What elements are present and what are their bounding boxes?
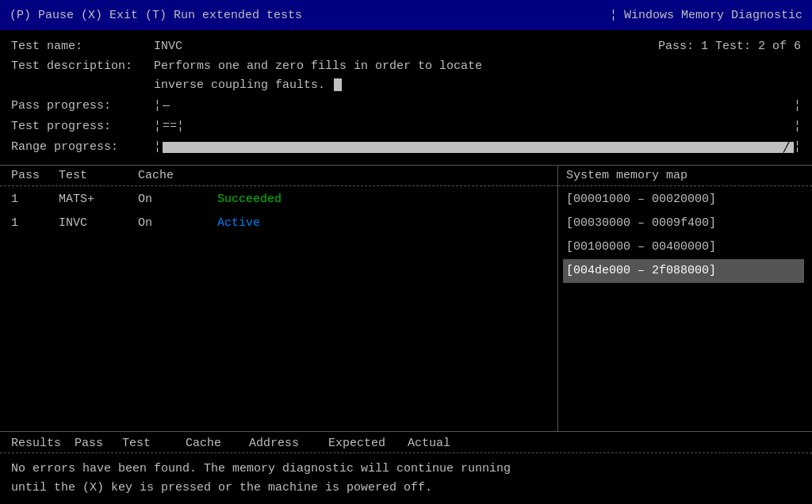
info-section: Test name: INVC Pass: 1 Test: 2 of 6 Tes…	[0, 30, 812, 166]
test-table-header: Pass Test Cache	[0, 166, 557, 186]
table-row: 1 INVC On Active	[11, 212, 546, 235]
test-desc-line2: inverse coupling faults.	[154, 77, 801, 95]
results-col-cache: Cache	[186, 437, 249, 450]
top-bar-controls: (P) Pause (X) Exit (T) Run extended test…	[10, 9, 302, 22]
range-progress-bar: ¦ ╱ ¦	[154, 138, 801, 157]
test-progress-row: Test progress: ¦ == ¦ ¦	[11, 117, 801, 136]
test-progress-bar: ¦ == ¦ ¦	[154, 117, 801, 136]
pass-progress-label: Pass progress:	[11, 97, 154, 116]
col-test-header: Test	[59, 169, 138, 182]
row1-cache: On	[138, 190, 217, 209]
results-col-actual: Actual	[408, 437, 471, 450]
table-row: 1 MATS+ On Succeeded	[11, 188, 546, 212]
results-table-header: Results Pass Test Cache Address Expected…	[0, 432, 812, 453]
test-name-row: Test name: INVC Pass: 1 Test: 2 of 6	[11, 38, 801, 56]
pass-progress-bar: ¦ — ¦	[154, 97, 801, 116]
col-cache-header: Cache	[138, 169, 217, 182]
range-progress-row: Range progress: ¦ ╱ ¦	[11, 138, 801, 157]
test-desc-row-1: Test description: Performs one and zero …	[11, 58, 801, 76]
results-col-test: Test	[122, 437, 186, 450]
cursor-icon	[334, 78, 342, 91]
row2-status: Active	[217, 214, 546, 233]
results-col-results: Results	[11, 437, 75, 450]
pass-progress-row: Pass progress: ¦ — ¦	[11, 97, 801, 116]
test-desc-label-spacer	[11, 77, 154, 95]
memory-entry-4-selected: [004de000 – 2f088000]	[563, 259, 804, 283]
results-col-expected: Expected	[328, 437, 408, 450]
col-pass-header: Pass	[11, 169, 59, 182]
memory-entry-2: [00030000 – 0009f400]	[566, 212, 804, 235]
memory-map-entries: [00001000 – 00020000] [00030000 – 0009f4…	[558, 186, 812, 284]
results-line-2: until the (X) key is pressed or the mach…	[11, 479, 801, 498]
screen: (P) Pause (X) Exit (T) Run extended test…	[0, 0, 812, 504]
test-name-value: INVC	[154, 38, 658, 56]
test-table-rows: 1 MATS+ On Succeeded 1 INVC On Active	[0, 186, 557, 237]
row2-pass: 1	[11, 214, 59, 233]
pass-test-counter: Pass: 1 Test: 2 of 6	[658, 38, 801, 56]
results-line-1: No errors have been found. The memory di…	[11, 460, 801, 479]
results-section: Results Pass Test Cache Address Expected…	[0, 432, 812, 504]
test-desc-line1: Performs one and zero fills in order to …	[154, 58, 801, 76]
results-body: No errors have been found. The memory di…	[0, 453, 812, 504]
range-progress-label: Range progress:	[11, 138, 154, 157]
test-name-label: Test name:	[11, 38, 154, 56]
test-desc-row-2: inverse coupling faults.	[11, 77, 801, 95]
row2-cache: On	[138, 214, 217, 233]
memory-map-header: System memory map	[558, 166, 812, 186]
main-area: Pass Test Cache 1 MATS+ On Succeeded 1 I…	[0, 166, 812, 433]
row1-status: Succeeded	[217, 190, 546, 209]
col-status-header	[217, 169, 546, 182]
range-end-marker: ╱	[783, 138, 791, 157]
test-results-panel: Pass Test Cache 1 MATS+ On Succeeded 1 I…	[0, 166, 558, 432]
results-col-pass: Pass	[75, 437, 122, 450]
memory-entry-1: [00001000 – 00020000]	[566, 188, 804, 212]
test-desc-label: Test description:	[11, 58, 154, 76]
row1-test: MATS+	[59, 190, 138, 209]
memory-map-panel: System memory map [00001000 – 00020000] …	[558, 166, 812, 432]
row2-test: INVC	[59, 214, 138, 233]
memory-entry-3: [00100000 – 00400000]	[566, 235, 804, 259]
top-bar-title: ¦ Windows Memory Diagnostic	[610, 9, 802, 22]
top-bar: (P) Pause (X) Exit (T) Run extended test…	[0, 0, 812, 30]
results-col-address: Address	[249, 437, 328, 450]
row1-pass: 1	[11, 190, 59, 209]
test-progress-label: Test progress:	[11, 117, 154, 136]
